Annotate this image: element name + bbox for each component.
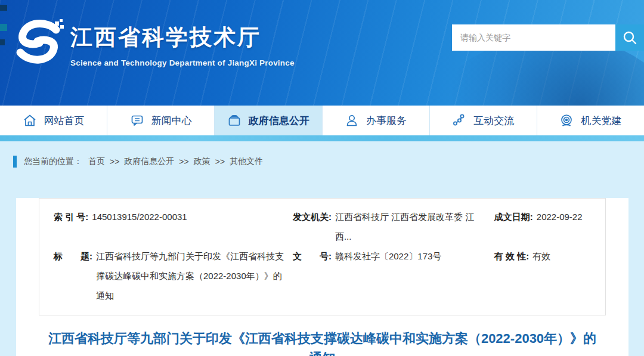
nav-item-services[interactable]: 办事服务 bbox=[322, 106, 429, 135]
search-input[interactable] bbox=[452, 24, 615, 51]
field-issuing-agency: 发文机关: 江西省科技厅 江西省发展改革委 江西... bbox=[293, 207, 494, 246]
breadcrumb-separator: >> bbox=[215, 157, 225, 166]
site-subtitle: Science and Technology Department of Jia… bbox=[70, 58, 295, 67]
field-value: 有效 bbox=[532, 246, 550, 266]
field-label: 标 题: bbox=[54, 246, 92, 266]
nav-item-gov-info[interactable]: 政府信息公开 bbox=[214, 106, 321, 135]
site-header: 江西省科学技术厅 Science and Technology Departme… bbox=[0, 0, 644, 106]
page-body: 您当前的位置： 首页 >> 政府信息公开 >> 政策 >> 其他文件 索 引 号… bbox=[0, 141, 644, 356]
field-doc-number: 文 号: 赣科发社字〔2022〕173号 bbox=[293, 246, 494, 305]
field-value: 赣科发社字〔2022〕173号 bbox=[335, 246, 441, 266]
nav-label: 新闻中心 bbox=[151, 114, 192, 128]
nav-bottom-strip bbox=[0, 135, 644, 141]
home-icon bbox=[23, 113, 37, 128]
nav-item-home[interactable]: 网站首页 bbox=[0, 106, 107, 135]
breadcrumb-link-other-docs[interactable]: 其他文件 bbox=[230, 156, 263, 167]
search-icon bbox=[622, 30, 637, 45]
breadcrumb-link-gov-info[interactable]: 政府信息公开 bbox=[124, 156, 174, 167]
breadcrumb-prefix: 您当前的位置： bbox=[24, 156, 82, 167]
document-info-box: 索 引 号: 145013915/2022-00031 发文机关: 江西省科技厅… bbox=[39, 198, 606, 315]
field-label: 索 引 号: bbox=[54, 207, 88, 227]
field-validity: 有 效 性: 有效 bbox=[494, 246, 591, 305]
breadcrumb: 您当前的位置： 首页 >> 政府信息公开 >> 政策 >> 其他文件 bbox=[0, 141, 644, 182]
article-title: 江西省科技厅等九部门关于印发《江西省科技支撑碳达峰碳中和实施方案（2022-20… bbox=[42, 329, 603, 356]
breadcrumb-accent-bar bbox=[13, 156, 17, 168]
nav-label: 机关党建 bbox=[581, 114, 621, 128]
nav-item-interaction[interactable]: 互动交流 bbox=[429, 106, 537, 135]
nav-label: 办事服务 bbox=[366, 114, 407, 128]
site-title: 江西省科学技术厅 bbox=[70, 23, 295, 52]
site-logo-block[interactable]: 江西省科学技术厅 Science and Technology Departme… bbox=[11, 14, 295, 69]
target-icon bbox=[559, 113, 574, 128]
nav-label: 网站首页 bbox=[44, 114, 85, 128]
field-index-number: 索 引 号: 145013915/2022-00031 bbox=[54, 207, 293, 246]
main-nav: 网站首页 新闻中心 政府信息公开 办事服务 互动交流 bbox=[0, 106, 644, 135]
breadcrumb-separator: >> bbox=[179, 157, 188, 166]
breadcrumb-separator: >> bbox=[110, 157, 119, 166]
content-card: 索 引 号: 145013915/2022-00031 发文机关: 江西省科技厅… bbox=[16, 198, 628, 356]
share-icon bbox=[452, 113, 466, 128]
field-value: 江西省科技厅 江西省发展改革委 江西... bbox=[335, 207, 488, 246]
folder-icon bbox=[227, 113, 242, 128]
field-label: 文 号: bbox=[293, 246, 332, 266]
nav-item-party[interactable]: 机关党建 bbox=[537, 106, 644, 135]
field-doc-title: 标 题: 江西省科技厅等九部门关于印发《江西省科技支撑碳达峰碳中和实施方案（20… bbox=[54, 246, 293, 305]
breadcrumb-link-policy[interactable]: 政策 bbox=[194, 156, 210, 167]
nav-item-news[interactable]: 新闻中心 bbox=[107, 106, 214, 135]
field-value: 145013915/2022-00031 bbox=[92, 207, 187, 227]
field-written-date: 成文日期: 2022-09-22 bbox=[494, 207, 591, 246]
field-label: 发文机关: bbox=[293, 207, 332, 227]
field-value: 江西省科技厅等九部门关于印发《江西省科技支撑碳达峰碳中和实施方案（2022-20… bbox=[96, 246, 287, 305]
nav-label: 政府信息公开 bbox=[249, 114, 309, 128]
page: 江西省科学技术厅 Science and Technology Departme… bbox=[0, 0, 644, 356]
breadcrumb-link-home[interactable]: 首页 bbox=[88, 156, 105, 167]
nav-label: 互动交流 bbox=[473, 114, 514, 128]
search-button[interactable] bbox=[615, 24, 644, 51]
person-icon bbox=[345, 113, 359, 128]
field-value: 2022-09-22 bbox=[537, 207, 583, 227]
field-label: 有 效 性: bbox=[494, 246, 529, 266]
news-icon bbox=[130, 113, 144, 128]
field-label: 成文日期: bbox=[494, 207, 533, 227]
search-bar bbox=[452, 24, 644, 51]
site-logo-icon bbox=[11, 14, 66, 69]
